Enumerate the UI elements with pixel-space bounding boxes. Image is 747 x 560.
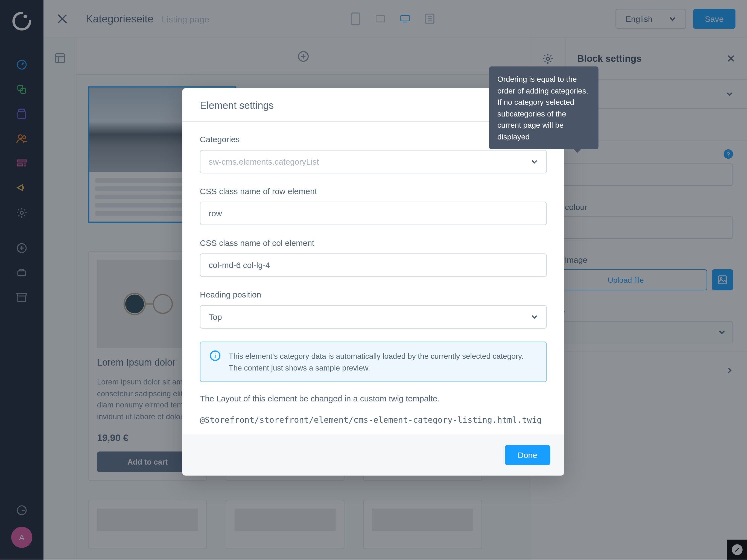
heading-position-value: Top (209, 312, 222, 322)
heading-position-select[interactable]: Top (200, 305, 547, 329)
twig-path: @Storefront/storefront/element/cms-eleme… (200, 413, 547, 426)
done-button[interactable]: Done (505, 445, 550, 465)
chevron-down-icon (531, 158, 538, 165)
info-alert: i This element's category data is automa… (200, 341, 547, 382)
categories-select[interactable]: sw-cms.elements.categoryList (200, 150, 547, 173)
categories-tooltip: Ordering is equal to the order of adding… (489, 67, 598, 149)
heading-position-label: Heading position (200, 290, 547, 299)
chevron-down-icon (531, 313, 538, 321)
row-class-input[interactable] (200, 202, 547, 225)
info-icon: i (210, 350, 221, 361)
row-class-label: CSS class name of row element (200, 186, 547, 196)
categories-placeholder: sw-cms.elements.categoryList (209, 157, 319, 166)
col-class-input[interactable] (200, 253, 547, 277)
col-class-label: CSS class name of col element (200, 238, 547, 248)
layout-note: The Layout of this element be changed in… (200, 393, 547, 405)
info-text: This element's category data is automati… (229, 350, 537, 373)
categories-label: Categories (200, 134, 240, 144)
